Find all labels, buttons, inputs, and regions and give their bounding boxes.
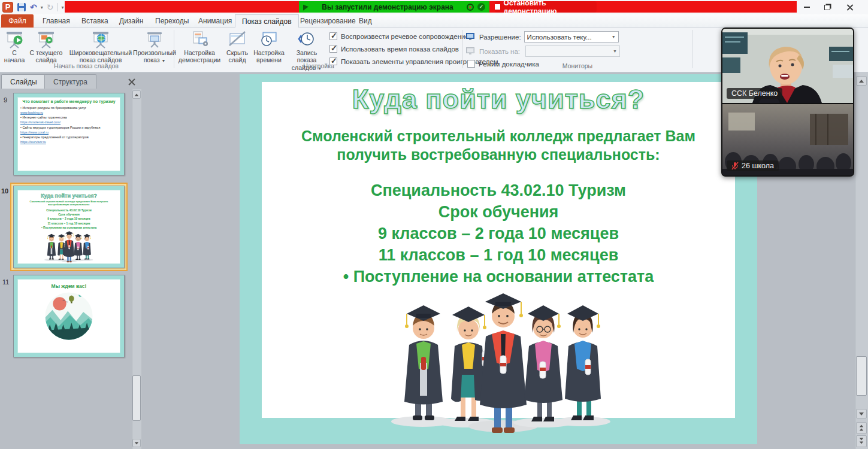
checkbox-icon[interactable] bbox=[329, 32, 337, 40]
thumb11-title: Мы ждем вас! bbox=[18, 283, 120, 289]
tab-home[interactable]: Главная bbox=[36, 14, 77, 28]
from-beginning-button[interactable]: С начала bbox=[1, 29, 28, 64]
group-divider bbox=[692, 30, 693, 68]
undo-dropdown-icon[interactable]: ▾ bbox=[41, 5, 43, 10]
undo-icon[interactable]: ↶ bbox=[30, 2, 37, 12]
rehearse-timings-icon bbox=[259, 29, 279, 48]
slides-panel-tabs: Слайды Структура bbox=[0, 74, 143, 89]
graduates-illustration-small bbox=[41, 228, 96, 263]
next-slide-icon[interactable] bbox=[856, 435, 867, 447]
from-current-slide-icon bbox=[37, 29, 56, 48]
broadcast-icon bbox=[91, 29, 110, 48]
panel-scrollbar-thumb[interactable] bbox=[132, 375, 141, 421]
slide-title: Куда пойти учиться? bbox=[240, 84, 757, 115]
tab-slideshow[interactable]: Показ слайдов bbox=[235, 14, 299, 28]
group-label-start: Начать показ слайдов bbox=[0, 62, 173, 69]
microphone-muted-icon bbox=[731, 162, 739, 170]
tab-slides[interactable]: Слайды bbox=[1, 74, 46, 89]
panel-scroll-down-icon[interactable] bbox=[132, 439, 141, 447]
setup-slideshow-icon bbox=[190, 29, 209, 48]
participant-name-badge: ССК Беленко bbox=[727, 88, 782, 99]
stop-square-icon bbox=[495, 4, 500, 10]
scroll-up-icon[interactable] bbox=[856, 76, 867, 86]
from-beginning-icon bbox=[5, 29, 24, 48]
previous-slide-icon[interactable] bbox=[856, 422, 867, 434]
custom-slideshow-button[interactable]: Произвольный показ ▼ bbox=[137, 29, 173, 64]
toolbar-separator bbox=[57, 3, 58, 11]
video-feed-classroom[interactable]: 26 школа bbox=[722, 104, 853, 175]
from-current-slide-button[interactable]: С текущего слайда bbox=[28, 29, 65, 64]
tab-design[interactable]: Дизайн bbox=[113, 14, 150, 28]
monitor-disabled-icon bbox=[466, 47, 476, 55]
monitor-icon bbox=[466, 33, 476, 41]
landscape-illustration bbox=[43, 290, 95, 342]
redo-icon: ↻ bbox=[47, 2, 54, 12]
rehearse-timings-button[interactable]: Настройка времени bbox=[252, 29, 286, 64]
scroll-down-icon[interactable] bbox=[856, 409, 867, 418]
dropdown-caret-icon: ▼ bbox=[613, 49, 617, 53]
show-on-dropdown: ▼ bbox=[525, 45, 620, 57]
slide-thumbnail-10-selected[interactable]: Куда пойти учиться? Смоленский строитель… bbox=[10, 183, 128, 271]
stop-share-button[interactable]: Остановить демонстрацию bbox=[495, 1, 597, 13]
checkbox-use-timings[interactable]: Использовать время показа слайдов bbox=[329, 45, 459, 53]
share-cursor-icon bbox=[303, 4, 309, 10]
powerpoint-app-icon[interactable]: P bbox=[2, 2, 13, 13]
checkbox-icon[interactable] bbox=[329, 45, 337, 53]
close-panel-icon[interactable] bbox=[128, 78, 135, 86]
custom-slideshow-icon bbox=[145, 29, 164, 48]
thumb10-title: Куда пойти учиться? bbox=[18, 193, 120, 199]
setup-slideshow-button[interactable]: Настройка демонстрации bbox=[176, 29, 223, 64]
screen-share-banner: Вы запустили демонстрацию экрана ✓ bbox=[299, 1, 489, 13]
record-indicator-icon bbox=[467, 4, 474, 11]
save-icon[interactable] bbox=[17, 2, 26, 12]
slide-number: 9 bbox=[4, 96, 7, 104]
thumb9-link: https://tourvisor.ru bbox=[20, 139, 120, 144]
close-button[interactable] bbox=[842, 2, 858, 13]
thumb9-link: www.booking.ru bbox=[20, 110, 120, 115]
quick-access-toolbar: P ↶▾ ↻ ▾ bbox=[2, 1, 64, 13]
slide-subtitle: Смоленский строительный колледж предлага… bbox=[265, 127, 732, 165]
slide-thumbnail-9[interactable]: Что помогает в работе менеджеру по туриз… bbox=[13, 93, 125, 175]
share-message: Вы запустили демонстрацию экрана bbox=[312, 3, 463, 11]
slide-number: 11 bbox=[2, 278, 9, 286]
slide-body-text: Специальность 43.02.10 Туризм Срок обуче… bbox=[265, 180, 732, 287]
customize-toolbar-icon[interactable]: ▾ bbox=[61, 5, 63, 10]
hide-slide-icon bbox=[228, 29, 247, 48]
title-bar: P ↶▾ ↻ ▾ Вы запустили демонстрацию экран… bbox=[0, 0, 868, 14]
tab-insert[interactable]: Вставка bbox=[75, 14, 115, 28]
check-indicator-icon: ✓ bbox=[477, 3, 485, 11]
thumb10-subtitle: Смоленский строительный колледж предлага… bbox=[27, 200, 111, 207]
dropdown-caret-icon: ▼ bbox=[612, 35, 616, 39]
checkbox-play-narrations[interactable]: Воспроизвести речевое сопровождение bbox=[329, 32, 469, 40]
panel-scroll-up-icon[interactable] bbox=[132, 90, 141, 99]
ribbon-tab-row: Файл Главная Вставка Дизайн Переходы Ани… bbox=[0, 14, 868, 28]
thumb9-link: https://www.coral.ru bbox=[20, 130, 120, 135]
resolution-dropdown[interactable]: Использовать теку...▼ bbox=[524, 31, 619, 43]
thumb9-link: https://smolensk-travel.com/ bbox=[20, 120, 120, 125]
tab-view[interactable]: Вид bbox=[352, 14, 379, 28]
hide-slide-button[interactable]: Скрыть слайд bbox=[223, 29, 252, 64]
participant-name-badge: 26 школа bbox=[727, 160, 779, 171]
minimize-button[interactable] bbox=[799, 2, 815, 13]
thumb9-title: Что помогает в работе менеджеру по туриз… bbox=[19, 99, 119, 104]
group-label-monitors: Мониторы bbox=[462, 62, 692, 69]
slide-thumbnail-11[interactable]: Мы ждем вас! bbox=[13, 275, 125, 357]
tab-transitions[interactable]: Переходы bbox=[149, 14, 195, 28]
slide-number: 10 bbox=[1, 187, 8, 195]
slide-canvas[interactable]: Куда пойти учиться? Смоленский строитель… bbox=[240, 74, 757, 444]
graduates-illustration bbox=[380, 279, 623, 438]
tab-outline[interactable]: Структура bbox=[44, 74, 96, 89]
record-slideshow-icon bbox=[297, 29, 316, 48]
video-feed-presenter[interactable]: ССК Беленко bbox=[722, 29, 853, 103]
group-divider bbox=[174, 30, 174, 68]
broadcast-slideshow-button[interactable]: Широковещательный показ слайдов bbox=[65, 29, 137, 64]
resolution-row: Разрешение: Использовать теку...▼ bbox=[466, 31, 619, 43]
main-scrollbar-thumb[interactable] bbox=[856, 356, 867, 396]
group-label-setup: Настройка bbox=[176, 62, 461, 69]
tab-file[interactable]: Файл bbox=[1, 14, 34, 28]
tab-animations[interactable]: Анимация bbox=[192, 14, 238, 28]
video-conference-panel[interactable]: ССК Беленко bbox=[721, 28, 854, 177]
show-on-row: Показать на: ▼ bbox=[466, 45, 620, 57]
maximize-button[interactable] bbox=[819, 2, 835, 13]
